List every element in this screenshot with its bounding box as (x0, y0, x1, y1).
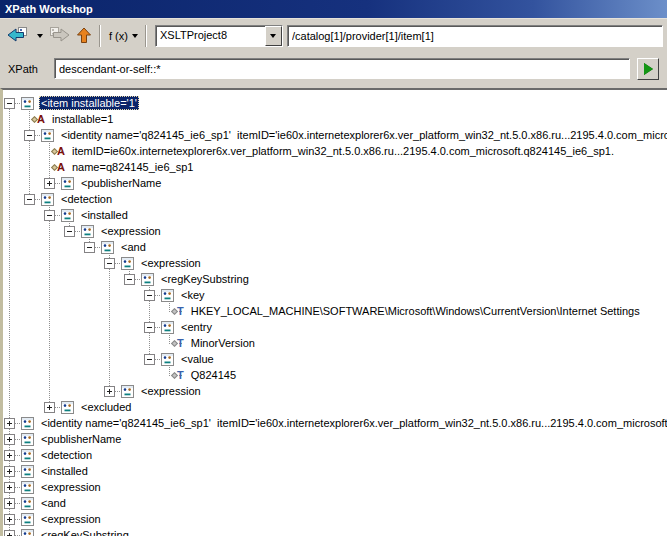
expand-plus-toggle[interactable] (4, 482, 15, 493)
tree-guide-line (49, 239, 50, 255)
tree-node[interactable]: <publisherName (3, 431, 667, 447)
tree-node[interactable]: <detection (3, 191, 667, 207)
element-icon (121, 385, 134, 398)
expand-plus-toggle[interactable] (4, 466, 15, 477)
tree-node[interactable]: <identity name='q824145_ie6_sp1' itemID=… (3, 415, 667, 431)
expand-plus-toggle[interactable] (4, 530, 15, 536)
collapse-minus-toggle[interactable] (44, 210, 55, 221)
tree-node-label[interactable]: <expression (99, 224, 163, 238)
tree-node-label[interactable]: <expression (139, 256, 203, 270)
tree-node[interactable]: <item installable='1' (3, 95, 667, 111)
combo-dropdown-caret (270, 34, 276, 38)
tree-node-label[interactable]: HKEY_LOCAL_MACHINE\SOFTWARE\Microsoft\Wi… (189, 304, 642, 318)
tree-node-label[interactable]: <installed (79, 208, 130, 222)
run-xpath-button[interactable] (637, 58, 659, 80)
function-dropdown-button[interactable]: f (x) (105, 24, 141, 48)
tree-node-label[interactable]: <and (119, 240, 148, 254)
tree-node-label[interactable]: itemID=ie60x.internetexplorer6x.ver_plat… (70, 144, 616, 158)
collapse-minus-toggle[interactable] (104, 258, 115, 269)
tree-node[interactable]: <value (3, 351, 667, 367)
tree-guide-line (109, 351, 110, 367)
tree-node-label[interactable]: <detection (59, 192, 114, 206)
run-play-icon (644, 63, 653, 75)
tree-node-label[interactable]: <publisherName (39, 432, 123, 446)
expand-plus-toggle[interactable] (4, 514, 15, 525)
expand-plus-toggle[interactable] (4, 434, 15, 445)
tree-node-label[interactable]: <identity name='q824145_ie6_sp1' itemID=… (59, 128, 667, 142)
expand-plus-toggle[interactable] (104, 386, 115, 397)
collapse-minus-toggle[interactable] (144, 354, 155, 365)
tree-node[interactable]: <expression (3, 383, 667, 399)
tree-node-label[interactable]: <installed (39, 464, 90, 478)
tree-node-label[interactable]: <regKeySubstring (159, 272, 251, 286)
tree-node[interactable]: <publisherName (3, 175, 667, 191)
tree-node[interactable]: TQ824145 (3, 367, 667, 383)
tree-node-label[interactable]: <excluded (79, 400, 133, 414)
tree-node[interactable]: <expression (3, 511, 667, 527)
tree-node[interactable]: Ainstallable=1 (3, 111, 667, 127)
tree-node-label[interactable]: Q824145 (189, 368, 238, 382)
tree-node-label[interactable]: name=q824145_ie6_sp1 (70, 160, 195, 174)
up-one-level-button[interactable] (73, 24, 95, 48)
expand-plus-toggle[interactable] (4, 450, 15, 461)
tree-node-label[interactable]: <and (39, 496, 68, 510)
tree-node[interactable]: <expression (3, 479, 667, 495)
expand-plus-toggle[interactable] (44, 402, 55, 413)
tree-node[interactable]: <regKeySubstring (3, 527, 667, 536)
tree-node[interactable]: <expression (3, 223, 667, 239)
tree-node[interactable]: <expression (3, 255, 667, 271)
collapse-minus-toggle[interactable] (84, 242, 95, 253)
tree-guide-line (9, 367, 10, 383)
tree-node-label[interactable]: <identity name='q824145_ie6_sp1' itemID=… (39, 416, 667, 430)
tree-node-label[interactable]: <regKeySubstring (39, 528, 131, 536)
tree-node[interactable]: <key (3, 287, 667, 303)
tree-node[interactable]: AitemID=ie60x.internetexplorer6x.ver_pla… (3, 143, 667, 159)
tree-node[interactable]: <identity name='q824145_ie6_sp1' itemID=… (3, 127, 667, 143)
tree-node[interactable]: <excluded (3, 399, 667, 415)
tree-node-label[interactable]: <value (179, 352, 216, 366)
tree-node[interactable]: <and (3, 239, 667, 255)
tree-node[interactable]: TMinorVersion (3, 335, 667, 351)
tree-node[interactable]: <installed (3, 207, 667, 223)
xpath-query-input[interactable] (54, 58, 630, 79)
expand-plus-toggle[interactable] (44, 178, 55, 189)
tree-node[interactable]: <regKeySubstring (3, 271, 667, 287)
navigate-forward-button[interactable] (46, 24, 73, 48)
tree-node-label[interactable]: <entry (179, 320, 214, 334)
tree-node-label[interactable]: <detection (39, 448, 94, 462)
tree-node-label[interactable]: installable=1 (50, 112, 115, 126)
tree-node[interactable]: <detection (3, 447, 667, 463)
expand-plus-toggle[interactable] (4, 418, 15, 429)
text-node-icon: T (172, 305, 184, 318)
context-path-input[interactable] (287, 25, 663, 47)
navigate-back-button[interactable] (4, 24, 31, 48)
tree-node[interactable]: Aname=q824145_ie6_sp1 (3, 159, 667, 175)
collapse-minus-toggle[interactable] (4, 98, 15, 109)
collapse-minus-toggle[interactable] (144, 290, 155, 301)
back-history-dropdown-button[interactable] (31, 24, 46, 48)
tree-node-label[interactable]: <expression (39, 480, 103, 494)
expand-plus-toggle[interactable] (4, 498, 15, 509)
tree-node-label[interactable]: <publisherName (79, 176, 163, 190)
tree-guide-line (9, 175, 10, 191)
navigate-back-icon (7, 27, 28, 45)
project-combobox[interactable]: XSLTProject8 (155, 25, 283, 47)
collapse-minus-toggle[interactable] (24, 130, 35, 141)
tree-node[interactable]: <and (3, 495, 667, 511)
tree-node-label[interactable]: <expression (39, 512, 103, 526)
collapse-minus-toggle[interactable] (124, 274, 135, 285)
tree-node[interactable]: <entry (3, 319, 667, 335)
tree-node[interactable]: THKEY_LOCAL_MACHINE\SOFTWARE\Microsoft\W… (3, 303, 667, 319)
tree-node[interactable]: <installed (3, 463, 667, 479)
project-combobox-dropdown-button[interactable] (265, 26, 282, 46)
tree-node-label[interactable]: MinorVersion (189, 336, 257, 350)
collapse-minus-toggle[interactable] (24, 194, 35, 205)
collapse-minus-toggle[interactable] (144, 322, 155, 333)
collapse-minus-toggle[interactable] (64, 226, 75, 237)
element-icon (61, 401, 74, 414)
tree-node-label[interactable]: <key (179, 288, 207, 302)
tree-node-label[interactable]: <expression (139, 384, 203, 398)
tree-guide-line (29, 143, 30, 159)
tree-guide-line (9, 223, 10, 239)
tree-node-label[interactable]: <item installable='1' (39, 96, 139, 110)
